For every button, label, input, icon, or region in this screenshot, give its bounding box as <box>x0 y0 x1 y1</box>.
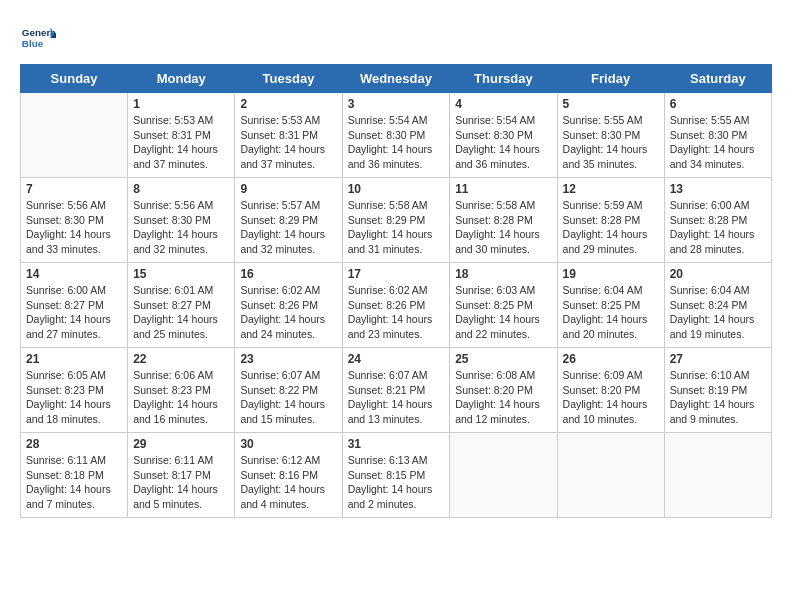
day-number: 20 <box>670 267 766 281</box>
header-row: SundayMondayTuesdayWednesdayThursdayFrid… <box>21 65 772 93</box>
day-cell: 17Sunrise: 6:02 AM Sunset: 8:26 PM Dayli… <box>342 263 450 348</box>
day-cell: 10Sunrise: 5:58 AM Sunset: 8:29 PM Dayli… <box>342 178 450 263</box>
day-cell <box>450 433 557 518</box>
day-cell: 5Sunrise: 5:55 AM Sunset: 8:30 PM Daylig… <box>557 93 664 178</box>
day-number: 29 <box>133 437 229 451</box>
day-info: Sunrise: 5:54 AM Sunset: 8:30 PM Dayligh… <box>455 113 551 172</box>
day-number: 6 <box>670 97 766 111</box>
day-cell: 11Sunrise: 5:58 AM Sunset: 8:28 PM Dayli… <box>450 178 557 263</box>
day-cell: 9Sunrise: 5:57 AM Sunset: 8:29 PM Daylig… <box>235 178 342 263</box>
day-cell: 22Sunrise: 6:06 AM Sunset: 8:23 PM Dayli… <box>128 348 235 433</box>
page-header: General Blue <box>20 20 772 56</box>
day-info: Sunrise: 6:11 AM Sunset: 8:18 PM Dayligh… <box>26 453 122 512</box>
day-cell: 25Sunrise: 6:08 AM Sunset: 8:20 PM Dayli… <box>450 348 557 433</box>
day-number: 26 <box>563 352 659 366</box>
day-cell: 8Sunrise: 5:56 AM Sunset: 8:30 PM Daylig… <box>128 178 235 263</box>
day-number: 14 <box>26 267 122 281</box>
svg-text:Blue: Blue <box>22 38 44 49</box>
day-number: 5 <box>563 97 659 111</box>
day-info: Sunrise: 6:02 AM Sunset: 8:26 PM Dayligh… <box>348 283 445 342</box>
day-number: 10 <box>348 182 445 196</box>
day-cell: 19Sunrise: 6:04 AM Sunset: 8:25 PM Dayli… <box>557 263 664 348</box>
day-cell: 27Sunrise: 6:10 AM Sunset: 8:19 PM Dayli… <box>664 348 771 433</box>
day-cell: 7Sunrise: 5:56 AM Sunset: 8:30 PM Daylig… <box>21 178 128 263</box>
day-number: 11 <box>455 182 551 196</box>
day-number: 15 <box>133 267 229 281</box>
day-number: 13 <box>670 182 766 196</box>
header-thursday: Thursday <box>450 65 557 93</box>
day-number: 24 <box>348 352 445 366</box>
day-info: Sunrise: 5:55 AM Sunset: 8:30 PM Dayligh… <box>563 113 659 172</box>
day-info: Sunrise: 6:09 AM Sunset: 8:20 PM Dayligh… <box>563 368 659 427</box>
day-number: 16 <box>240 267 336 281</box>
week-row-4: 21Sunrise: 6:05 AM Sunset: 8:23 PM Dayli… <box>21 348 772 433</box>
logo-icon: General Blue <box>20 20 56 56</box>
day-number: 4 <box>455 97 551 111</box>
day-info: Sunrise: 6:03 AM Sunset: 8:25 PM Dayligh… <box>455 283 551 342</box>
day-number: 1 <box>133 97 229 111</box>
day-info: Sunrise: 5:57 AM Sunset: 8:29 PM Dayligh… <box>240 198 336 257</box>
week-row-5: 28Sunrise: 6:11 AM Sunset: 8:18 PM Dayli… <box>21 433 772 518</box>
day-number: 7 <box>26 182 122 196</box>
day-info: Sunrise: 5:59 AM Sunset: 8:28 PM Dayligh… <box>563 198 659 257</box>
day-info: Sunrise: 6:12 AM Sunset: 8:16 PM Dayligh… <box>240 453 336 512</box>
day-number: 9 <box>240 182 336 196</box>
day-cell <box>664 433 771 518</box>
day-cell <box>21 93 128 178</box>
calendar: SundayMondayTuesdayWednesdayThursdayFrid… <box>20 64 772 518</box>
day-number: 2 <box>240 97 336 111</box>
day-cell: 29Sunrise: 6:11 AM Sunset: 8:17 PM Dayli… <box>128 433 235 518</box>
day-info: Sunrise: 6:10 AM Sunset: 8:19 PM Dayligh… <box>670 368 766 427</box>
day-info: Sunrise: 5:54 AM Sunset: 8:30 PM Dayligh… <box>348 113 445 172</box>
day-info: Sunrise: 6:00 AM Sunset: 8:27 PM Dayligh… <box>26 283 122 342</box>
header-sunday: Sunday <box>21 65 128 93</box>
day-number: 17 <box>348 267 445 281</box>
day-cell <box>557 433 664 518</box>
header-tuesday: Tuesday <box>235 65 342 93</box>
day-cell: 21Sunrise: 6:05 AM Sunset: 8:23 PM Dayli… <box>21 348 128 433</box>
day-info: Sunrise: 6:05 AM Sunset: 8:23 PM Dayligh… <box>26 368 122 427</box>
day-number: 12 <box>563 182 659 196</box>
day-info: Sunrise: 6:08 AM Sunset: 8:20 PM Dayligh… <box>455 368 551 427</box>
logo: General Blue <box>20 20 60 56</box>
day-info: Sunrise: 6:00 AM Sunset: 8:28 PM Dayligh… <box>670 198 766 257</box>
day-cell: 28Sunrise: 6:11 AM Sunset: 8:18 PM Dayli… <box>21 433 128 518</box>
header-friday: Friday <box>557 65 664 93</box>
day-info: Sunrise: 5:56 AM Sunset: 8:30 PM Dayligh… <box>133 198 229 257</box>
day-number: 30 <box>240 437 336 451</box>
day-info: Sunrise: 6:11 AM Sunset: 8:17 PM Dayligh… <box>133 453 229 512</box>
day-info: Sunrise: 5:53 AM Sunset: 8:31 PM Dayligh… <box>240 113 336 172</box>
day-cell: 23Sunrise: 6:07 AM Sunset: 8:22 PM Dayli… <box>235 348 342 433</box>
day-info: Sunrise: 6:01 AM Sunset: 8:27 PM Dayligh… <box>133 283 229 342</box>
day-info: Sunrise: 6:06 AM Sunset: 8:23 PM Dayligh… <box>133 368 229 427</box>
day-cell: 15Sunrise: 6:01 AM Sunset: 8:27 PM Dayli… <box>128 263 235 348</box>
day-number: 28 <box>26 437 122 451</box>
day-number: 19 <box>563 267 659 281</box>
day-number: 8 <box>133 182 229 196</box>
day-info: Sunrise: 6:04 AM Sunset: 8:25 PM Dayligh… <box>563 283 659 342</box>
day-info: Sunrise: 6:13 AM Sunset: 8:15 PM Dayligh… <box>348 453 445 512</box>
day-number: 31 <box>348 437 445 451</box>
day-number: 3 <box>348 97 445 111</box>
day-cell: 30Sunrise: 6:12 AM Sunset: 8:16 PM Dayli… <box>235 433 342 518</box>
day-cell: 20Sunrise: 6:04 AM Sunset: 8:24 PM Dayli… <box>664 263 771 348</box>
day-cell: 3Sunrise: 5:54 AM Sunset: 8:30 PM Daylig… <box>342 93 450 178</box>
day-number: 27 <box>670 352 766 366</box>
day-cell: 26Sunrise: 6:09 AM Sunset: 8:20 PM Dayli… <box>557 348 664 433</box>
day-info: Sunrise: 6:04 AM Sunset: 8:24 PM Dayligh… <box>670 283 766 342</box>
day-cell: 24Sunrise: 6:07 AM Sunset: 8:21 PM Dayli… <box>342 348 450 433</box>
day-number: 18 <box>455 267 551 281</box>
day-cell: 6Sunrise: 5:55 AM Sunset: 8:30 PM Daylig… <box>664 93 771 178</box>
day-cell: 2Sunrise: 5:53 AM Sunset: 8:31 PM Daylig… <box>235 93 342 178</box>
day-cell: 31Sunrise: 6:13 AM Sunset: 8:15 PM Dayli… <box>342 433 450 518</box>
header-monday: Monday <box>128 65 235 93</box>
day-info: Sunrise: 5:55 AM Sunset: 8:30 PM Dayligh… <box>670 113 766 172</box>
day-cell: 18Sunrise: 6:03 AM Sunset: 8:25 PM Dayli… <box>450 263 557 348</box>
week-row-3: 14Sunrise: 6:00 AM Sunset: 8:27 PM Dayli… <box>21 263 772 348</box>
day-cell: 12Sunrise: 5:59 AM Sunset: 8:28 PM Dayli… <box>557 178 664 263</box>
day-number: 22 <box>133 352 229 366</box>
day-number: 21 <box>26 352 122 366</box>
day-cell: 16Sunrise: 6:02 AM Sunset: 8:26 PM Dayli… <box>235 263 342 348</box>
day-info: Sunrise: 5:53 AM Sunset: 8:31 PM Dayligh… <box>133 113 229 172</box>
day-info: Sunrise: 6:02 AM Sunset: 8:26 PM Dayligh… <box>240 283 336 342</box>
